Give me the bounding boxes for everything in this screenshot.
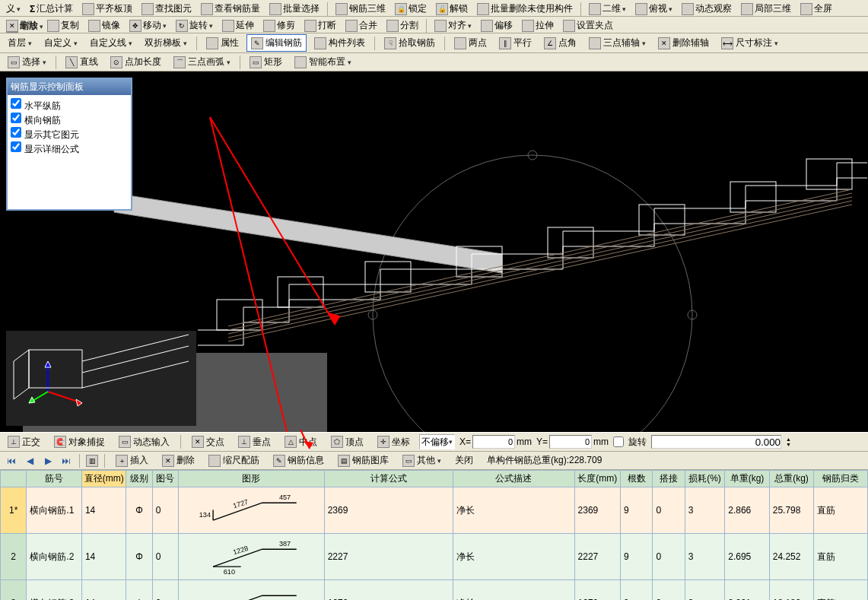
btn-rebar-lib[interactable]: ▤钢筋图库 (333, 452, 393, 469)
combo-custom[interactable]: 自定义 ▾ (40, 34, 82, 52)
btn-mid[interactable]: △中点 (280, 433, 322, 451)
btn-apex[interactable]: ⬠顶点 (326, 433, 368, 451)
menu-2d[interactable]: 二维 ▾ (586, 2, 629, 16)
btn-offset[interactable]: 偏移 (478, 18, 516, 33)
btn-ortho[interactable]: ⊥正交 (3, 433, 45, 451)
menu-local-3d[interactable]: 局部三维 (738, 2, 794, 16)
btn-stretch[interactable]: 拉伸 (519, 18, 557, 33)
menu-batch-del[interactable]: 批量删除未使用构件 (474, 2, 576, 16)
col-desc[interactable]: 公式描述 (453, 471, 574, 487)
btn-join[interactable]: 合并 (342, 18, 380, 33)
btn-rebar-info[interactable]: ✎钢筋信息 (269, 452, 329, 469)
menu-top-view[interactable]: 俯视 ▾ (632, 2, 676, 16)
btn-comp-list[interactable]: 构件列表 (310, 34, 370, 52)
rebar-table-wrap[interactable]: 筋号 直径(mm) 级别 图号 图形 计算公式 公式描述 长度(mm) 根数 搭… (0, 470, 868, 600)
menu-find[interactable]: 查找图元 (138, 2, 195, 16)
chk-detail[interactable]: 显示详细公式 (11, 141, 128, 156)
btn-move[interactable]: ✥移动 ▾ (126, 18, 170, 33)
btn-attr[interactable]: 属性 (202, 34, 243, 52)
btn-delete-row[interactable]: ✕删除 (157, 452, 199, 469)
table-row[interactable]: 1* 横向钢筋.1 14 Φ 0 457 1727 134 2369 净长 23… (1, 487, 868, 534)
combo-stair[interactable]: 双折梯板 ▾ (140, 34, 192, 52)
btn-del-axis[interactable]: ✕删除辅轴 (653, 34, 714, 52)
col-dia[interactable]: 直径(mm) (81, 471, 126, 487)
menu-lock[interactable]: 🔒锁定 (392, 2, 430, 16)
chk-trans[interactable]: 横向钢筋 (11, 113, 128, 127)
viewport-3d[interactable]: 钢筋显示控制面板 水平纵筋 横向钢筋 显示其它图元 显示详细公式 (0, 71, 868, 432)
mini-viewport[interactable] (6, 331, 196, 426)
menu-rebar-3d[interactable]: 钢筋三维 (332, 2, 389, 16)
btn-trim[interactable]: 修剪 (260, 18, 298, 33)
btn-rotate[interactable]: ↻旋转 ▾ (173, 18, 216, 33)
btn-line[interactable]: ╲直线 (61, 53, 103, 71)
menu-item[interactable]: 义 ▾ (3, 2, 24, 16)
btn-select[interactable]: ▭选择 ▾ (3, 53, 51, 71)
btn-smart[interactable]: 智能布置 ▾ (290, 53, 356, 71)
btn-arc3[interactable]: ⌒三点画弧 ▾ (169, 53, 235, 71)
btn-extend[interactable]: 延伸 (219, 18, 257, 33)
rotate-stepper[interactable]: ▲▼ (786, 437, 791, 447)
col-loss[interactable]: 损耗(%) (685, 471, 724, 487)
col-lap[interactable]: 搭接 (653, 471, 685, 487)
btn-break[interactable]: 打断 (301, 18, 339, 33)
menu-orbit[interactable]: 动态观察 (679, 2, 735, 16)
btn-point-angle[interactable]: ∠点角 (539, 34, 581, 52)
col-formula[interactable]: 计算公式 (324, 471, 453, 487)
btn-dynin[interactable]: ▭动态输入 (114, 433, 174, 451)
menu-summary[interactable]: Σ 汇总计算 (27, 2, 76, 16)
btn-dim[interactable]: ⟷尺寸标注 ▾ (717, 34, 783, 52)
col-len[interactable]: 长度(mm) (574, 471, 621, 487)
btn-copy[interactable]: 复制 (44, 18, 82, 33)
chk-other[interactable]: 显示其它图元 (11, 127, 128, 141)
table-row[interactable]: 3 横向钢筋.3 14 Φ 0 175 1670 净长 1670 9 0 3 2… (1, 580, 868, 601)
btn-align[interactable]: 对齐 ▾ (431, 18, 475, 33)
input-y[interactable] (549, 435, 592, 449)
btn-edit-rebar[interactable]: ✎编辑钢筋 (246, 34, 307, 52)
btn-other[interactable]: ▭其他 ▾ (398, 452, 446, 469)
col-fig[interactable]: 图号 (152, 471, 178, 487)
nav-first[interactable]: ⏮ (5, 456, 18, 466)
combo-custom-line[interactable]: 自定义线 ▾ (85, 34, 137, 52)
btn-pick-rebar[interactable]: ☟拾取钢筋 (380, 34, 440, 52)
btn-scale[interactable]: 缩尺配筋 (204, 452, 264, 469)
nav-next[interactable]: ▶ (41, 456, 55, 466)
menu-batch-select[interactable]: 批量选择 (266, 2, 323, 16)
btn-grip[interactable]: 设置夹点 (560, 18, 616, 33)
menu-view-rebar[interactable]: 查看钢筋量 (198, 2, 263, 16)
btn-parallel[interactable]: ∥平行 (494, 34, 536, 52)
col-name[interactable]: 筋号 (27, 471, 82, 487)
btn-rect[interactable]: ▭矩形 (245, 53, 287, 71)
col-cat[interactable]: 钢筋归类 (814, 471, 868, 487)
combo-offset[interactable]: 不偏移 ▾ (419, 434, 455, 449)
col-idx[interactable] (1, 471, 27, 487)
menu-fullscreen[interactable]: 全屏 (797, 2, 835, 16)
input-rotate[interactable] (651, 435, 781, 449)
btn-delete[interactable]: ✕删除 (3, 18, 41, 33)
btn-3pt-axis[interactable]: 三点辅轴 ▾ (584, 34, 650, 52)
chk-horiz[interactable]: 水平纵筋 (11, 98, 128, 113)
btn-close[interactable]: 关闭 (450, 452, 478, 469)
btn-perp[interactable]: ⊥垂点 (234, 433, 275, 451)
col-totw[interactable]: 总重(kg) (769, 471, 814, 487)
btn-mirror[interactable]: 镜像 (85, 18, 123, 33)
input-x[interactable] (472, 435, 515, 449)
btn-two-point[interactable]: 两点 (450, 34, 491, 52)
nav-prev[interactable]: ◀ (23, 456, 37, 466)
btn-split[interactable]: 分割 (383, 18, 421, 33)
btn-pointlen[interactable]: ⊙点加长度 (106, 53, 166, 71)
btn-cross[interactable]: ✕交点 (187, 433, 229, 451)
rebar-display-panel[interactable]: 钢筋显示控制面板 水平纵筋 横向钢筋 显示其它图元 显示详细公式 (6, 78, 132, 211)
chk-rotate[interactable] (613, 437, 624, 447)
btn-coord[interactable]: ✛坐标 (373, 433, 415, 451)
table-row[interactable]: 2 横向钢筋.2 14 Φ 0 387 1228 610 2227 净长 222… (1, 534, 868, 580)
nav-last[interactable]: ⏭ (59, 456, 73, 466)
col-unitw[interactable]: 单重(kg) (725, 471, 770, 487)
col-num[interactable]: 根数 (621, 471, 653, 487)
menu-unlock[interactable]: 🔓解锁 (433, 2, 471, 16)
col-grade[interactable]: 级别 (126, 471, 152, 487)
btn-insert-row[interactable]: ＋插入 (111, 452, 153, 469)
col-shape[interactable]: 图形 (179, 471, 325, 487)
combo-floor[interactable]: 首层 ▾ (3, 34, 37, 52)
btn-osnap[interactable]: 🧲对象捕捉 (49, 433, 110, 451)
menu-flush[interactable]: 平齐板顶 (79, 2, 135, 16)
